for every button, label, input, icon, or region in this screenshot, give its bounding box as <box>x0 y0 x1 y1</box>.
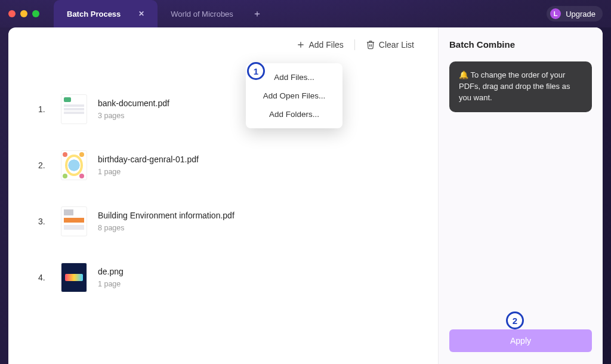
step-badge-2: 2 <box>506 311 524 329</box>
tab-bar: Batch Process ✕ World of Microbes ＋ <box>54 0 268 27</box>
file-name: de.png <box>98 267 124 276</box>
file-meta: de.png 1 page <box>98 267 124 288</box>
window-controls <box>8 10 39 17</box>
file-name: Building Environment information.pdf <box>98 211 234 220</box>
file-index: 4. <box>38 273 50 282</box>
toolbar: Add Files Clear List Add Files... Add Op… <box>38 39 420 50</box>
sidebar-title: Batch Combine <box>449 39 592 50</box>
add-files-button[interactable]: Add Files <box>296 40 344 50</box>
tab-world-of-microbes[interactable]: World of Microbes <box>158 0 246 27</box>
toolbar-divider <box>354 39 355 50</box>
close-tab-icon[interactable]: ✕ <box>138 10 144 18</box>
add-files-label: Add Files <box>309 40 344 50</box>
file-meta: Building Environment information.pdf 8 p… <box>98 211 234 232</box>
apply-button[interactable]: Apply <box>449 329 592 352</box>
dropdown-add-folders[interactable]: Add Folders... <box>246 105 342 124</box>
tab-label: Batch Process <box>67 10 121 18</box>
file-index: 2. <box>38 161 50 170</box>
file-pages: 1 page <box>98 280 124 288</box>
close-window-icon[interactable] <box>8 10 16 17</box>
avatar: L <box>550 8 561 19</box>
upgrade-button[interactable]: L Upgrade <box>547 6 603 21</box>
file-index: 3. <box>38 217 50 226</box>
file-thumbnail <box>61 263 87 292</box>
tab-batch-process[interactable]: Batch Process ✕ <box>54 0 158 27</box>
file-row[interactable]: 1. bank-document.pdf 3 pages <box>38 81 420 137</box>
new-tab-button[interactable]: ＋ <box>246 0 268 27</box>
file-pages: 8 pages <box>98 224 234 232</box>
file-meta: birthday-card-genral-01.pdf 1 page <box>98 155 199 176</box>
file-pages: 1 page <box>98 168 199 176</box>
file-name: birthday-card-genral-01.pdf <box>98 155 199 164</box>
clear-list-label: Clear List <box>379 40 414 50</box>
minimize-window-icon[interactable] <box>20 10 27 17</box>
tip-box: 🔔 To change the order of your PDFs, drag… <box>449 61 592 112</box>
file-thumbnail <box>61 94 87 124</box>
file-index: 1. <box>38 104 50 114</box>
main-panel: Add Files Clear List Add Files... Add Op… <box>8 27 438 364</box>
file-row[interactable]: 2. birthday-card-genral-01.pdf 1 page <box>38 137 420 193</box>
main-window: 1 2 Add Files Clear List Add Files... Ad… <box>8 27 603 364</box>
plus-icon <box>296 40 306 50</box>
upgrade-label: Upgrade <box>566 10 595 18</box>
clear-list-button[interactable]: Clear List <box>366 40 414 50</box>
trash-icon <box>366 40 375 50</box>
step-badge-1: 1 <box>247 62 265 80</box>
maximize-window-icon[interactable] <box>32 10 39 17</box>
file-meta: bank-document.pdf 3 pages <box>98 98 169 120</box>
file-pages: 3 pages <box>98 112 169 120</box>
file-thumbnail <box>61 206 87 236</box>
dropdown-add-open-files[interactable]: Add Open Files... <box>246 87 342 105</box>
file-list: 1. bank-document.pdf 3 pages 2. birthday… <box>38 81 420 306</box>
titlebar: Batch Process ✕ World of Microbes ＋ L Up… <box>0 0 611 27</box>
file-name: bank-document.pdf <box>98 98 169 108</box>
file-thumbnail <box>61 150 87 180</box>
tab-label: World of Microbes <box>171 10 233 18</box>
file-row[interactable]: 4. de.png 1 page <box>38 249 420 306</box>
file-row[interactable]: 3. Building Environment information.pdf … <box>38 193 420 249</box>
